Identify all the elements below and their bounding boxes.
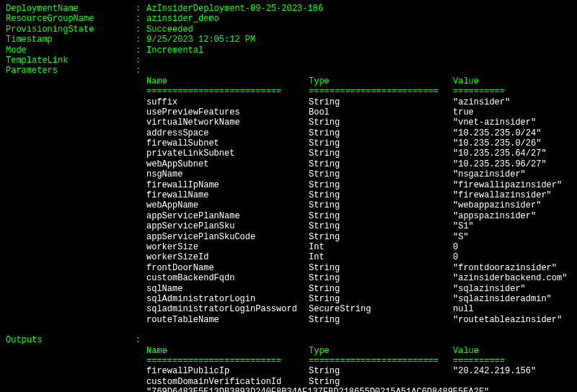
- table-row: firewallPublicIpString"20.242.219.156": [146, 366, 571, 376]
- underline-name: ==========================: [146, 356, 309, 366]
- table-row: privateLinkSubnetString"10.235.235.64/27…: [146, 148, 571, 159]
- cell-name: nsgName: [146, 169, 309, 179]
- cell-type: String: [309, 190, 453, 200]
- table-row: frontDoorNameString"frontdoorazinsider": [146, 263, 571, 273]
- cell-name: sqladministratorLoginPassword: [146, 304, 309, 314]
- resource-group-value: azinsider_demo: [146, 14, 219, 24]
- cell-type: String: [309, 148, 453, 159]
- table-row: workerSizeInt0: [146, 242, 571, 252]
- table-row: webAppNameString"webappazinsider": [146, 200, 571, 210]
- table-row: appServicePlanSkuString"S1": [146, 221, 571, 231]
- template-link-row: TemplateLink :: [6, 55, 571, 66]
- cell-value: "sqlazinsider": [453, 284, 571, 294]
- mode-row: Mode : Incremental: [6, 45, 571, 55]
- outputs-label: Outputs: [6, 335, 136, 345]
- header-name: Name: [146, 76, 309, 86]
- table-row: appServicePlanNameString"appspazinsider": [146, 211, 571, 221]
- cell-value: "10.235.235.96/27": [453, 159, 571, 169]
- cell-name: virtualNetworkName: [146, 117, 309, 128]
- cell-value: true: [453, 107, 571, 117]
- table-row: webAppSubnetString"10.235.235.96/27": [146, 159, 571, 169]
- header-name: Name: [146, 346, 309, 356]
- outputs-underline: ========================== =============…: [146, 356, 571, 366]
- cell-value: "sqlazinsideradmin": [453, 294, 571, 304]
- colon: :: [136, 35, 146, 45]
- parameters-table: Name Type Value ========================…: [146, 76, 571, 325]
- deployment-name-label: DeploymentName: [6, 4, 136, 14]
- colon: :: [136, 45, 146, 55]
- cell-name: firewallSubnet: [146, 138, 309, 148]
- cell-value: 0: [453, 252, 571, 262]
- cell-value: "frontdoorazinsider": [453, 263, 571, 273]
- table-row: routeTableNameString"routetableazinsider…: [146, 315, 571, 325]
- cell-type: Bool: [309, 107, 453, 117]
- cell-value: null: [453, 304, 571, 314]
- parameters-row: Parameters :: [6, 66, 571, 76]
- cell-name: webAppName: [146, 200, 309, 210]
- table-row: suffixString"azinsider": [146, 97, 571, 107]
- verification-id-value: "769D6483E5E13DB3893D240F8B34AF137FBD218…: [146, 387, 571, 392]
- table-row: addressSpaceString"10.235.235.0/24": [146, 128, 571, 138]
- cell-value: "webappazinsider": [453, 200, 571, 210]
- cell-type: SecureString: [309, 304, 453, 314]
- cell-type: String: [309, 117, 453, 128]
- cell-type: String: [309, 294, 453, 304]
- header-type: Type: [309, 76, 453, 86]
- cell-value: "azinsider": [453, 97, 571, 107]
- cell-name: firewallIpName: [146, 180, 309, 190]
- colon: :: [136, 14, 146, 24]
- timestamp-row: Timestamp : 9/25/2023 12:05:12 PM: [6, 35, 571, 45]
- cell-type: String: [309, 232, 453, 242]
- colon: :: [136, 4, 146, 14]
- cell-type: String: [309, 180, 453, 190]
- table-row: virtualNetworkNameString"vnet-azinsider": [146, 117, 571, 128]
- cell-name: addressSpace: [146, 128, 309, 138]
- resource-group-label: ResourceGroupName: [6, 14, 136, 24]
- cell-value: "routetableazinsider": [453, 315, 571, 325]
- underline-name: ==========================: [146, 86, 309, 97]
- cell-value: "S": [453, 232, 571, 242]
- cell-type: String: [309, 138, 453, 148]
- timestamp-label: Timestamp: [6, 35, 136, 45]
- cell-name: appServicePlanName: [146, 211, 309, 221]
- cell-type: Int: [309, 252, 453, 262]
- cell-name: customBackendFqdn: [146, 273, 309, 283]
- cell-type: String: [309, 366, 453, 376]
- table-row: workerSizeIdInt0: [146, 252, 571, 262]
- cell-value: "nsgazinsider": [453, 169, 571, 179]
- cell-value: "firewallipazinsider": [453, 180, 571, 190]
- underline-value: ==========: [453, 356, 571, 366]
- cell-type: String: [309, 284, 453, 294]
- cell-value: [453, 377, 571, 387]
- parameters-label: Parameters: [6, 66, 136, 76]
- mode-value: Incremental: [146, 45, 203, 55]
- cell-value: 0: [453, 242, 571, 252]
- table-row: firewallSubnetString"10.235.235.0/26": [146, 138, 571, 148]
- cell-type: String: [309, 377, 453, 387]
- template-link-label: TemplateLink: [6, 55, 136, 66]
- cell-name: suffix: [146, 97, 309, 107]
- provisioning-state-row: ProvisioningState : Succeeded: [6, 24, 571, 35]
- provisioning-state-label: ProvisioningState: [6, 24, 136, 35]
- provisioning-state-value: Succeeded: [146, 24, 193, 35]
- timestamp-value: 9/25/2023 12:05:12 PM: [146, 35, 255, 45]
- resource-group-row: ResourceGroupName : azinsider_demo: [6, 14, 571, 24]
- cell-name: frontDoorName: [146, 263, 309, 273]
- cell-value: "10.235.235.0/26": [453, 138, 571, 148]
- colon: :: [136, 55, 146, 66]
- cell-value: "20.242.219.156": [453, 366, 571, 376]
- cell-value: "vnet-azinsider": [453, 117, 571, 128]
- mode-label: Mode: [6, 45, 136, 55]
- cell-name: workerSize: [146, 242, 309, 252]
- cell-value: "10.235.235.64/27": [453, 148, 571, 159]
- table-row: customDomainVerificationIdString: [146, 377, 571, 387]
- cell-type: String: [309, 273, 453, 283]
- cell-value: "firewallazinsider": [453, 190, 571, 200]
- table-row: firewallNameString"firewallazinsider": [146, 190, 571, 200]
- deployment-name-row: DeploymentName : AzInsiderDeployment-09-…: [6, 4, 571, 14]
- cell-name: privateLinkSubnet: [146, 148, 309, 159]
- params-body: suffixString"azinsider"usePreviewFeature…: [146, 97, 571, 326]
- cell-name: firewallName: [146, 190, 309, 200]
- cell-name: firewallPublicIp: [146, 366, 309, 376]
- cell-type: String: [309, 211, 453, 221]
